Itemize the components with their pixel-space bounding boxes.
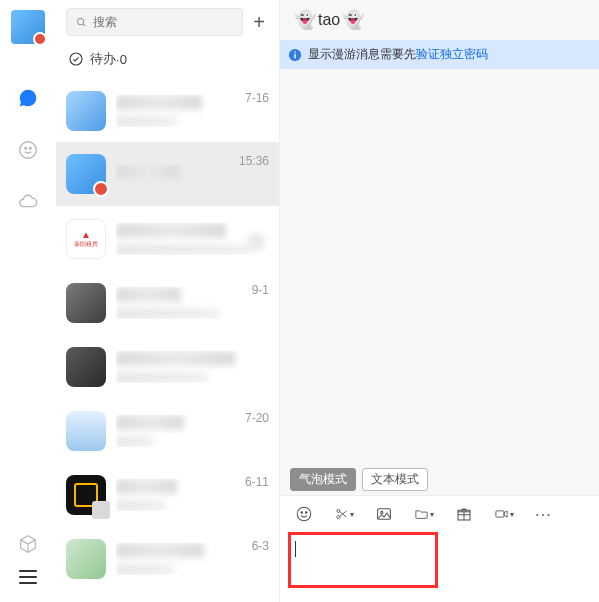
chat-avatar — [66, 411, 106, 451]
svg-point-8 — [297, 507, 311, 521]
verify-password-link[interactable]: 验证独立密码 — [416, 46, 488, 63]
record-icon[interactable]: ▾ — [494, 504, 514, 524]
chat-avatar — [66, 154, 106, 194]
tab-contacts[interactable] — [16, 138, 40, 162]
input-toolbar: ▾ ▾ ▾ ··· — [280, 495, 599, 530]
chat-avatar — [66, 539, 106, 579]
chat-time: 15:36 — [239, 154, 269, 168]
tab-cloud[interactable] — [16, 190, 40, 214]
pending-row[interactable]: 待办 · 0 — [56, 42, 279, 78]
chat-avatar — [66, 91, 106, 131]
chat-avatar — [66, 347, 106, 387]
svg-rect-7 — [294, 51, 295, 52]
app-root: + 待办 · 0 7-16 15:36 ▲泰阳租房 — [0, 0, 599, 602]
message-input-wrap — [280, 530, 599, 602]
tab-chats[interactable] — [16, 86, 40, 110]
chat-item[interactable]: 7-16 — [56, 78, 279, 142]
svg-point-9 — [301, 512, 303, 514]
svg-point-1 — [24, 147, 26, 149]
svg-point-0 — [19, 142, 36, 159]
svg-rect-16 — [496, 511, 504, 517]
search-row: + — [56, 0, 279, 42]
chat-title: 👻 tao 👻 — [280, 0, 599, 40]
chat-item[interactable] — [56, 334, 279, 398]
chat-pane: 👻 tao 👻 显示漫游消息需要先 验证独立密码 气泡模式 文本模式 ▾ ▾ ▾… — [279, 0, 599, 602]
chat-time: 6-11 — [245, 475, 269, 489]
chat-avatar — [66, 475, 106, 515]
chat-item[interactable]: 6-11 — [56, 462, 279, 526]
self-avatar[interactable] — [11, 10, 45, 44]
chat-item[interactable]: 9-1 — [56, 270, 279, 334]
emoji-icon[interactable] — [294, 504, 314, 524]
image-icon[interactable] — [374, 504, 394, 524]
ghost-icon: 👻 — [342, 9, 364, 31]
svg-point-12 — [337, 509, 340, 512]
chat-time: 7-20 — [245, 411, 269, 425]
tab-cube[interactable] — [16, 532, 40, 556]
svg-point-10 — [306, 512, 308, 514]
chat-time: 6-3 — [252, 539, 269, 553]
menu-icon[interactable] — [19, 570, 37, 584]
more-icon[interactable]: ··· — [534, 504, 554, 524]
svg-rect-6 — [294, 53, 295, 57]
mode-bubble-button[interactable]: 气泡模式 — [290, 468, 356, 491]
svg-point-3 — [78, 18, 84, 24]
chat-avatar — [66, 283, 106, 323]
svg-point-4 — [70, 53, 82, 65]
mode-text-button[interactable]: 文本模式 — [362, 468, 428, 491]
folder-icon[interactable]: ▾ — [414, 504, 434, 524]
search-box[interactable] — [66, 8, 243, 36]
chat-item[interactable]: 7-20 — [56, 398, 279, 462]
mode-row: 气泡模式 文本模式 — [280, 460, 599, 495]
nav-rail — [0, 0, 56, 602]
pending-count: 0 — [120, 52, 127, 67]
chat-avatar: ▲泰阳租房 — [66, 219, 106, 259]
search-input[interactable] — [93, 15, 234, 29]
chat-item[interactable]: 15:36 — [56, 142, 279, 206]
conversation-panel: + 待办 · 0 7-16 15:36 ▲泰阳租房 — [56, 0, 279, 602]
scissors-icon[interactable]: ▾ — [334, 504, 354, 524]
message-input[interactable] — [288, 532, 438, 588]
svg-point-14 — [381, 511, 383, 513]
message-area — [280, 69, 599, 460]
chat-item[interactable]: ▲泰阳租房 — [56, 206, 279, 270]
chat-list: 7-16 15:36 ▲泰阳租房 9-1 — [56, 78, 279, 602]
info-bar: 显示漫游消息需要先 验证独立密码 — [280, 40, 599, 69]
add-button[interactable]: + — [249, 12, 269, 32]
chat-time: 7-16 — [245, 91, 269, 105]
pending-label: 待办 — [90, 50, 116, 68]
svg-point-2 — [29, 147, 31, 149]
chat-item[interactable]: 6-3 — [56, 526, 279, 590]
gift-icon[interactable] — [454, 504, 474, 524]
ghost-icon: 👻 — [294, 9, 316, 31]
chat-time: 9-1 — [252, 283, 269, 297]
svg-point-11 — [337, 516, 340, 519]
